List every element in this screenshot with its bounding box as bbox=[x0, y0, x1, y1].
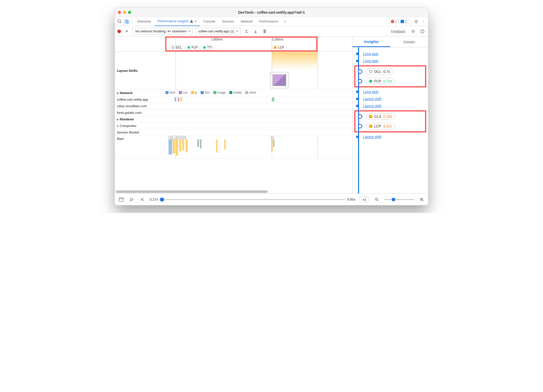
window-titlebar: DevTools - coffee-cart.netlify.app/?ad=1 bbox=[115, 8, 428, 17]
play-icon[interactable] bbox=[129, 196, 135, 203]
network-legend: htmlcssjsfontimagemediaother bbox=[165, 90, 352, 95]
close-tab-icon[interactable]: × bbox=[195, 19, 197, 23]
device-toolbar-icon[interactable] bbox=[123, 18, 130, 25]
time-ruler: 1,600ms 3,200ms DCL FCP TTI LCP bbox=[115, 37, 352, 52]
tab-elements[interactable]: Elements bbox=[134, 17, 154, 26]
network-host-row[interactable]: coffee-cart.netlify.app bbox=[115, 96, 352, 103]
error-count-badge[interactable]: ×1 bbox=[389, 19, 399, 24]
insights-panel: Insights Details Long taskLong taskDCL 0… bbox=[352, 37, 428, 193]
network-host-row[interactable]: fonts.gstatic.com bbox=[115, 110, 352, 116]
throttle-select[interactable]: No network throttling, 4× slowdown bbox=[133, 28, 193, 35]
insights-list: Long taskLong taskDCL 0.7sFCP 0.72sLong … bbox=[352, 47, 428, 193]
svg-rect-1 bbox=[125, 20, 127, 23]
renderer-lane-header[interactable]: ▶Renderer bbox=[115, 116, 352, 123]
flask-icon bbox=[190, 20, 193, 23]
devtools-tabbar: Elements Performance insights × Console … bbox=[115, 17, 428, 26]
legend-item: js bbox=[191, 91, 197, 94]
network-host-row[interactable]: cdnjs.cloudflare.com bbox=[115, 103, 352, 110]
speed-selector[interactable]: x1 bbox=[359, 197, 369, 202]
kebab-menu-icon[interactable]: ⋮ bbox=[420, 18, 427, 25]
tab-performance-insights[interactable]: Performance insights × bbox=[155, 17, 200, 26]
legend-item: html bbox=[165, 91, 175, 94]
delete-icon[interactable] bbox=[261, 28, 268, 35]
network-bar[interactable] bbox=[175, 97, 176, 101]
svg-line-11 bbox=[378, 200, 379, 201]
insight-item[interactable]: Layout shift bbox=[352, 95, 428, 102]
horizontal-scrollbar[interactable] bbox=[116, 190, 351, 193]
annotation-box bbox=[165, 37, 317, 51]
legend-item: css bbox=[179, 91, 187, 94]
insight-item[interactable]: CLS 0.193 bbox=[355, 112, 425, 121]
layout-shifts-lane: Layout Shifts bbox=[115, 52, 352, 90]
import-icon[interactable] bbox=[252, 28, 259, 35]
main-area: 1,600ms 3,200ms DCL FCP TTI LCP bbox=[115, 37, 428, 193]
svg-line-15 bbox=[423, 200, 424, 201]
layout-shift-block[interactable] bbox=[272, 52, 317, 70]
window-title: DevTools - coffee-cart.netlify.app/?ad=1 bbox=[115, 10, 428, 14]
network-lane-header[interactable]: ▶Network htmlcssjsfontimagemediaother bbox=[115, 90, 352, 96]
service-worker-row[interactable]: Service Worker bbox=[115, 129, 352, 136]
lane-label: Layout Shifts bbox=[115, 69, 165, 73]
layout-shift-thumbnail[interactable] bbox=[270, 72, 288, 88]
rewind-icon[interactable] bbox=[139, 196, 146, 203]
tab-insights[interactable]: Insights bbox=[352, 37, 390, 47]
more-tabs-icon[interactable]: » bbox=[282, 18, 288, 25]
insight-item[interactable]: Long task bbox=[352, 57, 428, 64]
feedback-link[interactable]: Feedback bbox=[391, 29, 405, 33]
zoom-in-icon[interactable] bbox=[419, 196, 425, 203]
devtools-window: DevTools - coffee-cart.netlify.app/?ad=1… bbox=[115, 8, 428, 205]
insight-item[interactable]: Layout shift bbox=[352, 133, 428, 140]
record-button[interactable] bbox=[117, 30, 121, 33]
issues-count-badge[interactable]: 1 bbox=[399, 19, 409, 24]
legend-item: font bbox=[201, 91, 210, 94]
zoom-slider[interactable] bbox=[384, 199, 414, 200]
export-icon[interactable] bbox=[243, 28, 250, 35]
insights-toolbar: ▼ No network throttling, 4× slowdown cof… bbox=[115, 26, 428, 37]
svg-text:?: ? bbox=[422, 30, 423, 33]
tab-details[interactable]: Details bbox=[390, 37, 428, 47]
time-start: 0.17s bbox=[150, 198, 158, 201]
insights-tabs: Insights Details bbox=[352, 37, 428, 47]
compositor-row[interactable]: ▶Compositor bbox=[115, 123, 352, 129]
svg-rect-7 bbox=[119, 198, 123, 201]
tab-sources[interactable]: Sources bbox=[219, 17, 237, 26]
zoom-out-icon[interactable] bbox=[373, 196, 380, 203]
recording-select[interactable]: coffee-cart.netlify.app (1) bbox=[195, 28, 241, 35]
playback-bar: 0.17s 5.93s x1 bbox=[115, 193, 428, 205]
insight-item[interactable]: Layout shift bbox=[352, 102, 428, 110]
inspect-element-icon[interactable] bbox=[116, 18, 123, 25]
network-bar[interactable] bbox=[180, 97, 182, 101]
settings-gear-icon[interactable] bbox=[413, 18, 420, 25]
insight-item[interactable]: FCP 0.72s bbox=[355, 76, 425, 86]
time-end: 5.93s bbox=[347, 198, 355, 201]
insight-item[interactable]: Long task bbox=[352, 88, 428, 95]
task-block[interactable] bbox=[169, 136, 186, 139]
legend-item: image bbox=[213, 91, 226, 94]
main-thread-row[interactable]: Main ... bbox=[115, 136, 352, 159]
timeline-panel: 1,600ms 3,200ms DCL FCP TTI LCP bbox=[115, 37, 352, 193]
legend-item: other bbox=[245, 91, 256, 94]
network-bar[interactable] bbox=[272, 97, 274, 101]
svg-point-4 bbox=[412, 31, 414, 32]
help-icon[interactable]: ? bbox=[419, 28, 426, 35]
console-drawer-icon[interactable] bbox=[118, 196, 124, 203]
insight-item[interactable]: LCP 3.31s bbox=[355, 121, 425, 131]
insights-settings-icon[interactable] bbox=[410, 28, 416, 35]
network-bar[interactable] bbox=[178, 97, 179, 101]
svg-point-3 bbox=[415, 21, 417, 22]
insight-item[interactable]: DCL 0.7s bbox=[355, 67, 425, 76]
tab-network[interactable]: Network bbox=[238, 17, 256, 26]
insight-item[interactable]: Long task bbox=[352, 50, 428, 57]
legend-item: media bbox=[229, 91, 242, 94]
tab-performance[interactable]: Performance bbox=[256, 17, 281, 26]
time-scrubber[interactable] bbox=[160, 199, 345, 200]
tab-console[interactable]: Console bbox=[200, 17, 219, 26]
record-dropdown-icon[interactable]: ▼ bbox=[123, 28, 130, 35]
